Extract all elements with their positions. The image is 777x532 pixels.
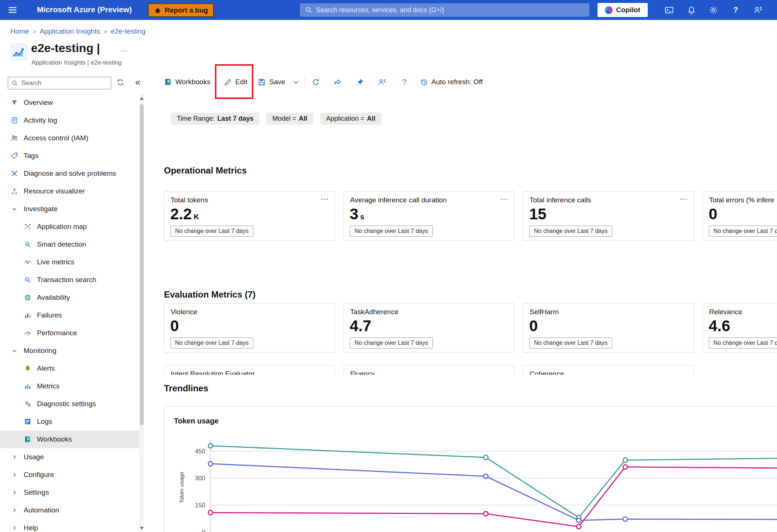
app-title: Microsoft Azure (Preview) [37, 5, 132, 14]
metric-card-value: 0 [170, 318, 179, 334]
metric-card-total-tokens: Total tokens … 2.2K No change over Last … [164, 191, 335, 241]
metric-trend-badge: No change over Last 7 days [350, 337, 433, 349]
breadcrumb-home[interactable]: Home [10, 27, 29, 35]
card-menu-ellipsis[interactable]: … [500, 192, 509, 202]
auto-refresh-control[interactable]: Auto refresh: Off [420, 72, 483, 92]
metric-card-title: Coherence [530, 370, 564, 375]
card-menu-ellipsis[interactable]: … [321, 192, 329, 202]
pin-button[interactable] [356, 72, 364, 92]
hamburger-icon [8, 5, 17, 15]
metric-card-value: 0 [529, 318, 538, 334]
metric-trend-badge: No change over Last 7 days [170, 337, 253, 349]
scrollbar-up-arrow[interactable] [139, 95, 144, 102]
workbook-help-button[interactable]: ? [402, 72, 407, 92]
sidebar-item-access-control[interactable]: Access control (IAM) [0, 129, 139, 147]
sidebar-item-diagnose[interactable]: Diagnose and solve problems [0, 165, 139, 182]
page-title: e2e-testing | [31, 41, 100, 55]
global-search-input[interactable] [316, 6, 584, 14]
metric-card-total-errors: Total errors (% infere 0 No change over … [702, 191, 777, 241]
metric-card-value: 15 [529, 206, 548, 222]
sidebar-item-smart-detection[interactable]: Smart detection [0, 236, 139, 253]
sidebar-group-settings[interactable]: Settings [0, 484, 139, 501]
scrollbar-thumb[interactable] [140, 104, 144, 425]
sidebar-search-input[interactable] [21, 79, 107, 87]
pin-icon [356, 78, 364, 86]
feedback-button[interactable] [378, 72, 386, 92]
question-mark-icon: ? [402, 78, 407, 86]
sidebar-item-activity-log[interactable]: Activity log [0, 111, 139, 129]
chevron-down-icon [292, 78, 300, 86]
feedback-icon[interactable] [750, 3, 765, 17]
chart-title: Token usage [174, 417, 219, 425]
chevron-down-icon [10, 347, 18, 355]
sidebar-group-usage[interactable]: Usage [0, 448, 139, 466]
report-a-bug-button[interactable]: Report a bug [148, 3, 214, 17]
sidebar-item-workbooks[interactable]: Workbooks [0, 430, 139, 448]
metric-card-title: Total tokens [171, 196, 208, 204]
sidebar-item-live-metrics[interactable]: Live metrics [0, 253, 139, 271]
sidebar-item-availability[interactable]: Availability [0, 289, 139, 306]
sidebar-item-diagnostic-settings[interactable]: Diagnostic settings [0, 395, 139, 413]
sidebar-item-logs[interactable]: Logs [0, 413, 139, 430]
chevron-right-icon [10, 471, 18, 479]
title-overflow-ellipsis[interactable]: … [120, 44, 129, 53]
filter-bar: Time Range:Last 7 days Model =All Applic… [171, 113, 381, 125]
metric-card-value: 2.2K [170, 206, 199, 222]
cloud-shell-icon[interactable] [662, 3, 677, 17]
breadcrumb-separator: > [33, 28, 36, 35]
save-dropdown-chevron[interactable] [292, 72, 300, 92]
copilot-button[interactable]: Copilot [598, 3, 648, 17]
metric-card-title: Intent Resolution Evaluator [171, 370, 255, 375]
time-range-filter[interactable]: Time Range:Last 7 days [171, 113, 259, 125]
refresh-button[interactable] [312, 72, 320, 92]
sidebar-item-failures[interactable]: Failures [0, 306, 139, 324]
metric-card-value: 0 [709, 206, 719, 222]
copilot-icon [605, 6, 613, 14]
sidebar-item-transaction-search[interactable]: Transaction search [0, 271, 139, 289]
sidebar-group-help[interactable]: Help [0, 519, 139, 532]
breadcrumb-application-insights[interactable]: Application Insights [40, 27, 100, 35]
section-trendlines: Trendlines [164, 383, 208, 394]
open-share-button[interactable] [333, 72, 342, 92]
sidebar-item-metrics[interactable]: Metrics [0, 377, 139, 395]
sidebar-scrollbar[interactable] [139, 94, 144, 532]
sidebar-group-automation[interactable]: Automation [0, 501, 139, 519]
search-icon [11, 80, 18, 86]
section-operational-metrics: Operational Metrics [164, 165, 247, 176]
svg-text:450: 450 [195, 448, 205, 455]
sidebar-group-monitoring[interactable]: Monitoring [0, 342, 139, 360]
hamburger-menu-button[interactable] [5, 3, 20, 17]
sidebar-item-resource-visualizer[interactable]: Resource visualizer [0, 182, 139, 200]
sidebar-item-tags[interactable]: Tags [0, 147, 139, 165]
help-icon[interactable]: ? [728, 3, 743, 17]
transaction-search-icon [24, 276, 32, 284]
model-filter[interactable]: Model =All [266, 113, 313, 125]
sidebar-collapse-button[interactable]: « [132, 76, 143, 88]
save-floppy-icon [258, 78, 266, 86]
application-filter[interactable]: Application =All [320, 113, 381, 125]
smart-detection-icon [24, 240, 32, 248]
feedback-person-icon [378, 78, 386, 86]
pencil-icon [224, 78, 232, 86]
workbooks-icon [24, 435, 32, 443]
metric-card-title: Total errors (% infere [709, 196, 774, 204]
global-search[interactable] [300, 3, 589, 17]
sidebar-item-performance[interactable]: Performance [0, 324, 139, 342]
sidebar-item-overview[interactable]: Overview [0, 94, 139, 111]
settings-gear-icon[interactable] [706, 3, 721, 17]
sidebar-group-investigate[interactable]: Investigate [0, 200, 139, 218]
sidebar-refresh-icon[interactable] [116, 78, 125, 87]
svg-text:300: 300 [195, 475, 205, 482]
top-bar: Microsoft Azure (Preview) Report a bug C… [0, 0, 777, 20]
edit-button[interactable]: Edit [224, 72, 247, 92]
breadcrumb-e2e-testing[interactable]: e2e-testing [111, 27, 146, 35]
card-menu-ellipsis[interactable]: … [680, 192, 688, 202]
scrollbar-down-arrow[interactable] [139, 525, 144, 531]
notifications-bell-icon[interactable] [684, 3, 699, 17]
sidebar-search-box[interactable] [8, 77, 111, 89]
sidebar-item-application-map[interactable]: Application map [0, 218, 139, 236]
save-button[interactable]: Save [258, 72, 285, 92]
metric-card-value: 3s [350, 206, 364, 222]
sidebar-group-configure[interactable]: Configure [0, 466, 139, 484]
auto-refresh-label: Auto refresh: Off [431, 78, 483, 86]
